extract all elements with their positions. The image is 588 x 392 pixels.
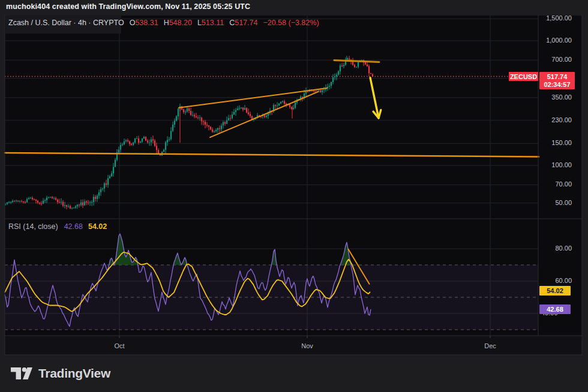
rsi-legend: RSI (14, close)42.6854.02 bbox=[8, 222, 107, 231]
symbol-legend: Zcash / U.S. Dollar · 4h · CRYPTOO538.31… bbox=[8, 19, 319, 27]
last-price-tag: 517.74 02:34:57 bbox=[539, 72, 575, 89]
rsi-title[interactable]: RSI (14, close) bbox=[8, 222, 58, 231]
high-value: 548.20 bbox=[169, 19, 192, 27]
rsi-ma-tag: 54.02 bbox=[539, 286, 571, 295]
attribution-text: muchoki404 created with TradingView.com,… bbox=[6, 2, 250, 11]
rsi-current-value: 42.68 bbox=[64, 222, 83, 231]
chart-canvas[interactable] bbox=[0, 0, 588, 392]
last-price-value: 517.74 bbox=[547, 73, 568, 81]
attribution-bar: muchoki404 created with TradingView.com,… bbox=[0, 0, 588, 15]
rsi-value-tag: 42.68 bbox=[539, 304, 571, 314]
tradingview-mark-icon bbox=[11, 364, 32, 382]
change-value: −20.58 (−3.82%) bbox=[263, 19, 319, 27]
low-label: L bbox=[197, 19, 202, 27]
close-label: C bbox=[229, 19, 235, 27]
open-value: 538.31 bbox=[135, 19, 158, 27]
rsi-ma-value: 54.02 bbox=[88, 222, 107, 231]
close-value: 517.74 bbox=[235, 19, 257, 27]
symbol-title[interactable]: Zcash / U.S. Dollar · 4h · CRYPTO bbox=[8, 19, 124, 27]
symbol-price-flag: ZECUSD bbox=[509, 72, 538, 81]
high-label: H bbox=[164, 19, 169, 27]
tradingview-logo[interactable]: TradingView bbox=[11, 363, 110, 384]
open-label: O bbox=[130, 19, 136, 27]
bar-countdown: 02:34:57 bbox=[544, 81, 570, 89]
low-value: 513.11 bbox=[202, 19, 224, 27]
tradingview-logo-text: TradingView bbox=[38, 366, 110, 381]
tradingview-chart-snapshot: muchoki404 created with TradingView.com,… bbox=[0, 0, 588, 392]
